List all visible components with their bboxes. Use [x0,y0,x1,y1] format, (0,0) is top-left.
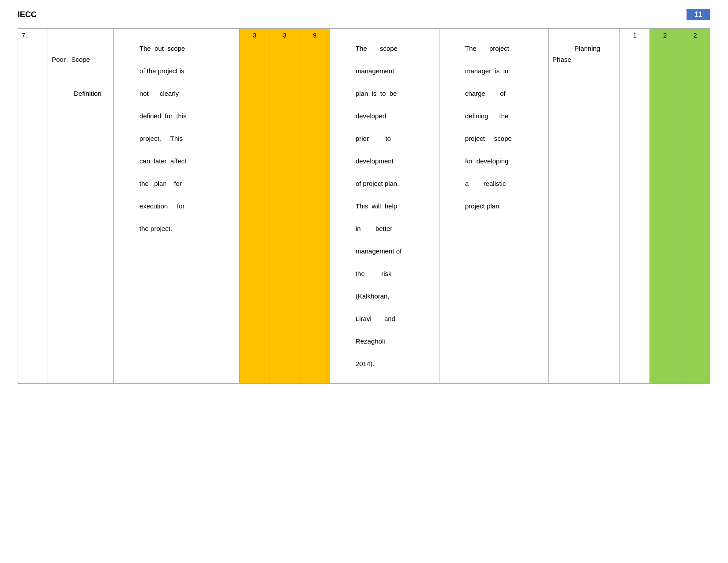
row-c3: 2 [680,29,710,384]
row-rs: 9 [300,29,330,384]
row-number: 7. [18,29,48,384]
row-p: 3 [240,29,270,384]
app-title: IECC [18,10,37,19]
row-category: Poor Scope Definition [48,29,114,384]
category-line2: Scope [71,56,90,63]
category-line3: Definition [74,90,101,97]
row-s: 3 [270,29,300,384]
category-line1: Poor [52,56,66,63]
row-c2: 2 [650,29,680,384]
row-cause: The scope management plan is to be devel… [330,29,439,384]
row-description: The out scope of the project is not clea… [114,29,240,384]
main-table: 7. Poor Scope Definition The out scope o… [18,28,710,384]
page-number: 11 [687,9,710,20]
table-row: 7. Poor Scope Definition The out scope o… [18,29,710,384]
row-phase: Planning Phase [549,29,620,384]
row-c1: 1 [620,29,650,384]
page-header: IECC 11 [18,9,710,20]
page: IECC 11 7. Poor Scope Definition [0,0,728,563]
row-effect: The project manager is in charge of defi… [439,29,548,384]
